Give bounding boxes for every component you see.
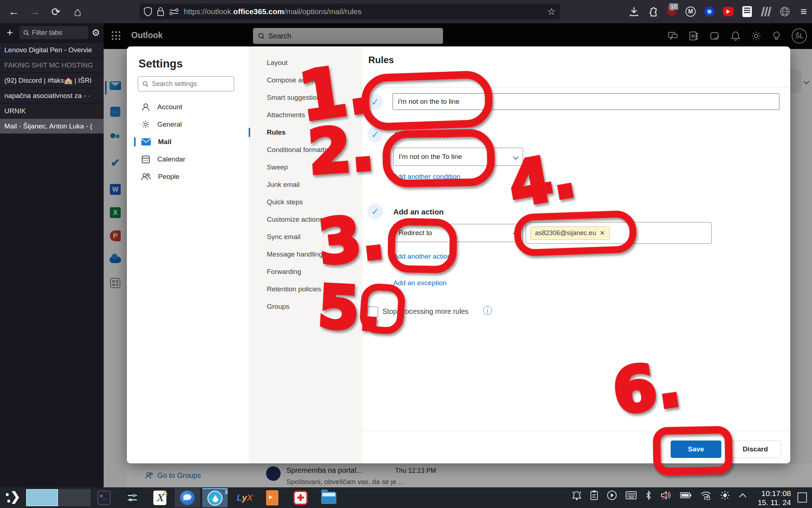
section-attachments[interactable]: Attachments <box>249 106 362 124</box>
selection-bar <box>249 128 250 137</box>
lyx-app-icon[interactable]: LyX <box>232 488 257 507</box>
globe-icon[interactable] <box>779 6 790 17</box>
new-tab-button[interactable]: + <box>4 26 16 39</box>
person-icon <box>141 103 150 111</box>
category-label: People <box>158 173 179 181</box>
add-another-condition-link[interactable]: Add another condition <box>393 173 460 181</box>
filter-tabs-input[interactable]: Filter tabs <box>20 26 88 39</box>
impress-app-icon[interactable] <box>260 488 285 507</box>
tray-wifi-secure-icon[interactable] <box>700 491 711 500</box>
redirect-recipient-field[interactable]: as82306@sijanec.eu ✕ <box>526 222 712 244</box>
section-message-handling[interactable]: Message handling <box>249 246 362 263</box>
save-button[interactable]: Save <box>671 441 721 458</box>
tab-item[interactable]: (92) Discord | #faks🏫 | IŠRI <box>0 73 104 88</box>
rule-name-input[interactable] <box>393 93 779 110</box>
condition-selected-value: I'm not on the To line <box>399 153 462 161</box>
back-icon[interactable]: ← <box>6 4 22 20</box>
xournal-app-icon[interactable]: X <box>147 488 173 507</box>
category-people[interactable]: People <box>127 168 249 185</box>
section-smart-suggestions[interactable]: Smart suggestions <box>249 89 362 106</box>
calendar-icon <box>141 155 150 164</box>
terminal-app-icon[interactable]: >_ <box>91 488 117 507</box>
red-cross-app-icon[interactable] <box>288 488 313 507</box>
add-exception-link[interactable]: Add an exception <box>393 279 447 287</box>
tray-keyboard-icon[interactable] <box>626 491 637 499</box>
sidebar-panel-icon[interactable] <box>742 6 753 17</box>
tray-notifications-icon[interactable] <box>572 490 581 500</box>
stripes-extension-icon[interactable] <box>761 6 771 17</box>
workspace-pager-active[interactable] <box>26 489 58 506</box>
section-retention-policies[interactable]: Retention policies <box>249 280 362 298</box>
tray-clipboard-icon[interactable] <box>590 490 598 500</box>
tab-settings-gear-icon[interactable]: ⚙ <box>92 27 100 38</box>
tab-item-active[interactable]: Mail - Šijanec, Anton Luka - ( <box>0 118 104 134</box>
selection-bar <box>134 137 136 147</box>
blue-extension-icon[interactable] <box>704 6 715 17</box>
category-calendar[interactable]: Calendar <box>127 151 249 168</box>
settings-sliders-app-icon[interactable] <box>120 488 145 507</box>
tray-brightness-icon[interactable] <box>720 490 730 500</box>
section-forwarding[interactable]: Forwarding <box>249 263 362 280</box>
librewolf-app-icon[interactable] <box>202 488 228 507</box>
section-compose-and-reply[interactable]: Compose and reply <box>249 71 362 89</box>
video-extension-icon[interactable] <box>723 6 734 17</box>
tab-sidebar-header: + Filter tabs ⚙ <box>0 23 104 42</box>
tray-bluetooth-icon[interactable] <box>645 490 652 500</box>
workspace-pager[interactable] <box>58 489 91 506</box>
section-sweep[interactable]: Sweep <box>249 159 362 176</box>
url-bar[interactable]: https://outlook.office365.com/mail/optio… <box>140 4 560 20</box>
start-menu-icon[interactable]: ❯ <box>5 490 22 505</box>
category-general[interactable]: General <box>127 116 249 133</box>
recipient-chip[interactable]: as82306@sijanec.eu ✕ <box>530 226 610 240</box>
section-sync-email[interactable]: Sync email <box>249 228 362 246</box>
tracking-shield-icon[interactable] <box>144 7 152 16</box>
permissions-toggle-icon[interactable] <box>169 8 179 15</box>
settings-modal: Settings Account General Mail Calendar P… <box>127 46 790 463</box>
section-layout[interactable]: Layout <box>249 54 362 71</box>
thunderbird-app-icon[interactable] <box>175 488 200 507</box>
lock-icon[interactable] <box>157 7 164 16</box>
stop-processing-checkbox[interactable] <box>367 307 378 318</box>
tab-item[interactable]: FAKING SHIT MC HOSTING <box>0 57 104 73</box>
url-text[interactable]: https://outlook.office365.com/mail/optio… <box>184 7 361 16</box>
settings-search-input[interactable] <box>152 80 229 88</box>
section-conditional-formatting[interactable]: Conditional formatting <box>249 141 362 159</box>
section-junk-email[interactable]: Junk email <box>249 176 362 193</box>
tab-item[interactable]: Lenovo Digital Pen - Overvie <box>0 42 104 57</box>
info-icon[interactable]: i <box>483 306 492 315</box>
settings-search-box[interactable] <box>138 76 234 91</box>
add-another-action-link[interactable]: Add another action <box>393 253 451 261</box>
bookmark-star-icon[interactable]: ☆ <box>547 6 556 17</box>
show-desktop-icon[interactable] <box>798 492 807 503</box>
m-extension-icon[interactable]: M <box>685 6 696 17</box>
home-icon[interactable]: ⌂ <box>70 4 86 20</box>
tab-item[interactable]: URNIK <box>0 103 104 118</box>
section-customize-actions[interactable]: Customize actions <box>249 211 362 228</box>
chevron-down-icon <box>513 154 519 160</box>
tray-battery-icon[interactable] <box>680 492 692 499</box>
category-account[interactable]: Account <box>127 98 249 116</box>
discard-button[interactable]: Discard <box>729 441 781 458</box>
browser-toolbar: ← → ⟳ ⌂ https://outlook.office365.com/ma… <box>0 0 812 23</box>
extension-puzzle-icon[interactable] <box>647 6 658 17</box>
category-mail-selected[interactable]: Mail <box>127 133 249 151</box>
m-circle: M <box>685 7 696 17</box>
condition-dropdown[interactable]: I'm not on the To line <box>393 148 523 166</box>
tray-volume-muted-icon[interactable] <box>660 490 671 500</box>
ublock-shield-icon[interactable]: w 12 <box>666 6 677 17</box>
forward-icon[interactable]: → <box>27 4 43 20</box>
download-icon[interactable] <box>629 6 639 17</box>
file-manager-app-icon[interactable] <box>316 488 341 507</box>
section-groups[interactable]: Groups <box>249 298 362 315</box>
tab-item[interactable]: napačna asociativnost za - · <box>0 88 104 103</box>
reload-icon[interactable]: ⟳ <box>48 4 64 20</box>
rules-page-title: Rules <box>368 54 394 66</box>
chip-remove-icon[interactable]: ✕ <box>600 229 605 237</box>
section-rules-selected[interactable]: Rules <box>249 124 362 141</box>
tray-expand-caret-icon[interactable] <box>739 493 747 498</box>
action-dropdown[interactable]: Redirect to <box>393 224 523 242</box>
menu-icon[interactable]: ≡ <box>798 6 809 17</box>
tray-media-play-icon[interactable] <box>607 490 617 500</box>
taskbar-clock[interactable]: 10:17:08 15. 11. 24 <box>758 489 791 507</box>
section-quick-steps[interactable]: Quick steps <box>249 193 362 211</box>
